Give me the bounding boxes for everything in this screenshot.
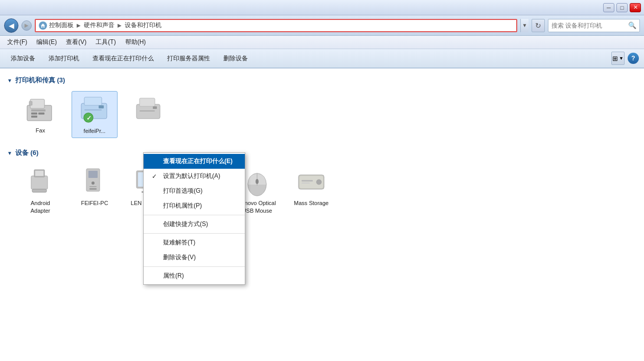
breadcrumb-separator-1: ▶ — [77, 22, 81, 28]
back-arrow-icon: ◀ — [9, 21, 14, 30]
svg-rect-26 — [89, 188, 97, 190]
context-menu-separator-6 — [144, 233, 245, 234]
search-icon: 🔍 — [628, 21, 636, 29]
context-menu-separator-4 — [144, 215, 245, 215]
context-menu-item-3[interactable]: 打印机属性(P) — [144, 198, 245, 213]
svg-rect-4 — [38, 112, 44, 115]
context-menu-label-3: 打印机属性(P) — [163, 201, 202, 210]
svg-text:✓: ✓ — [86, 115, 91, 122]
refresh-icon: ↻ — [535, 21, 541, 30]
svg-rect-8 — [84, 97, 102, 105]
address-bar: ◀ ▶ 控制面板 ▶ 硬件和声音 ▶ 设备和打印机 ▼ ↻ 🔍 — [0, 15, 644, 36]
menu-view[interactable]: 查看(V) — [62, 36, 90, 48]
svg-rect-6 — [29, 101, 32, 105]
svg-rect-25 — [89, 186, 97, 187]
search-input[interactable] — [551, 22, 628, 29]
help-button[interactable]: ? — [628, 53, 639, 64]
breadcrumb-item-3[interactable]: 设备和打印机 — [125, 21, 162, 30]
feifei-printer-device[interactable]: ✓ feifeiPr... — [72, 91, 118, 138]
svg-rect-3 — [31, 112, 37, 115]
context-menu-label-1: 设置为默认打印机(A) — [163, 172, 220, 180]
breadcrumb-item-1[interactable]: 控制面板 — [49, 21, 74, 30]
lenovo-mouse-icon — [242, 167, 272, 197]
check-mark-1: ✓ — [152, 173, 159, 180]
context-menu-item-0[interactable]: 查看现在正在打印什么(E) — [144, 154, 245, 169]
fax-label: Fax — [36, 127, 45, 134]
context-menu-item-7[interactable]: 疑难解答(T) — [144, 235, 245, 250]
context-menu-item-2[interactable]: 打印首选项(G) — [144, 184, 245, 198]
devices-section-label: 设备 (6) — [15, 148, 39, 157]
toolbar: 添加设备 添加打印机 查看现在正在打印什么 打印服务器属性 删除设备 ⊞ ▼ ? — [0, 49, 644, 69]
context-menu-label-10: 属性(R) — [163, 272, 184, 280]
context-menu: 查看现在正在打印什么(E)✓设置为默认打印机(A)打印首选项(G)打印机属性(P… — [143, 152, 245, 285]
fax-icon — [25, 94, 56, 125]
view-print-queue-button[interactable]: 查看现在正在打印什么 — [87, 51, 159, 66]
svg-rect-16 — [140, 110, 155, 111]
context-menu-label-7: 疑难解答(T) — [163, 238, 195, 247]
window-controls: ─ □ ✕ — [603, 3, 641, 12]
printers-section-header: ▼ 打印机和传真 (3) — [7, 76, 637, 85]
context-menu-label-8: 删除设备(V) — [163, 253, 196, 262]
svg-rect-51 — [302, 183, 310, 184]
third-printer-device[interactable] — [126, 91, 172, 138]
context-menu-item-8[interactable]: 删除设备(V) — [144, 250, 245, 265]
view-dropdown-arrow: ▼ — [619, 56, 624, 61]
third-printer-icon — [133, 94, 164, 125]
add-device-button[interactable]: 添加设备 — [5, 51, 41, 66]
devices-section-header: ▼ 设备 (6) — [7, 148, 637, 157]
svg-rect-5 — [31, 116, 37, 118]
svg-rect-23 — [88, 171, 98, 178]
android-adapter-icon — [25, 167, 56, 197]
feifei-pc-device[interactable]: FEIFEI-PC — [72, 164, 118, 224]
feifei-printer-label: feifeiPr... — [84, 127, 106, 134]
context-menu-label-2: 打印首选项(G) — [163, 187, 202, 195]
menu-tools[interactable]: 工具(T) — [91, 36, 120, 48]
context-menu-item-10[interactable]: 属性(R) — [144, 268, 245, 283]
back-button[interactable]: ◀ — [4, 18, 18, 33]
context-menu-item-1[interactable]: ✓设置为默认打印机(A) — [144, 169, 245, 184]
breadcrumb-item-2[interactable]: 硬件和声音 — [84, 21, 114, 30]
svg-rect-17 — [153, 106, 157, 109]
printer-grid: Fax ✓ feifeiPr. — [7, 91, 637, 138]
forward-button[interactable]: ▶ — [21, 20, 32, 31]
android-adapter-device[interactable]: Android Adapter — [17, 164, 63, 224]
svg-rect-21 — [32, 189, 47, 192]
svg-point-24 — [91, 182, 95, 185]
svg-rect-9 — [84, 109, 102, 110]
svg-rect-50 — [302, 180, 313, 182]
svg-rect-2 — [31, 109, 45, 111]
context-menu-item-5[interactable]: 创建快捷方式(S) — [144, 217, 245, 232]
mass-storage-device[interactable]: Mass Storage — [288, 164, 334, 224]
mass-storage-label: Mass Storage — [294, 199, 329, 207]
minimize-button[interactable]: ─ — [603, 3, 614, 12]
address-dropdown[interactable]: ▼ — [520, 19, 528, 32]
context-menu-label-5: 创建快捷方式(S) — [163, 220, 208, 229]
fax-device[interactable]: Fax — [17, 91, 63, 138]
context-menu-label-0: 查看现在正在打印什么(E) — [163, 157, 233, 166]
address-box[interactable]: 控制面板 ▶ 硬件和声音 ▶ 设备和打印机 — [35, 19, 517, 32]
device-grid: Android Adapter FEIFEI-PC — [7, 164, 637, 224]
menu-bar: 文件(F) 编辑(E) 查看(V) 工具(T) 帮助(H) — [0, 36, 644, 49]
title-bar: ─ □ ✕ — [0, 0, 644, 15]
section-triangle-icon: ▼ — [7, 78, 12, 83]
close-button[interactable]: ✕ — [630, 3, 641, 12]
refresh-button[interactable]: ↻ — [532, 19, 545, 32]
maximize-button[interactable]: □ — [616, 3, 628, 12]
menu-edit[interactable]: 编辑(E) — [32, 36, 61, 48]
print-server-props-button[interactable]: 打印服务器属性 — [162, 51, 216, 66]
remove-device-button[interactable]: 删除设备 — [218, 51, 254, 66]
svg-rect-18 — [31, 176, 48, 189]
menu-file[interactable]: 文件(F) — [3, 36, 31, 48]
add-printer-button[interactable]: 添加打印机 — [43, 51, 85, 66]
forward-arrow-icon: ▶ — [25, 22, 29, 28]
home-icon — [39, 21, 47, 30]
svg-rect-15 — [140, 98, 155, 106]
view-options-button[interactable]: ⊞ ▼ — [611, 52, 625, 65]
menu-help[interactable]: 帮助(H) — [121, 36, 150, 48]
search-box[interactable]: 🔍 — [548, 19, 640, 32]
feifei-pc-icon — [79, 167, 110, 197]
printers-section-label: 打印机和传真 (3) — [15, 76, 65, 85]
svg-rect-20 — [35, 171, 43, 176]
feifei-pc-label: FEIFEI-PC — [81, 199, 108, 207]
svg-point-49 — [316, 179, 321, 185]
